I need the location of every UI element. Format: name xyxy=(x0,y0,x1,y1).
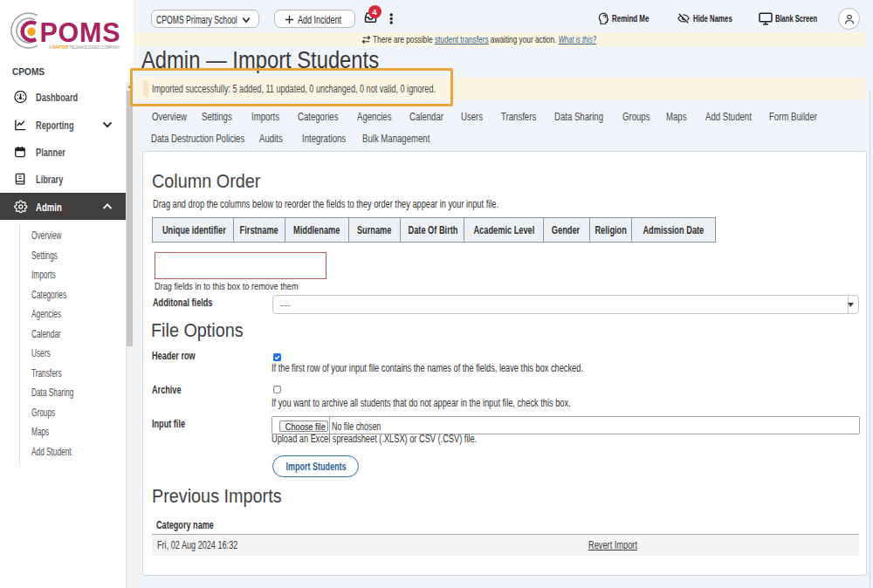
svg-text:A RAPTOR TECHNOLOGIES COMPANY: A RAPTOR TECHNOLOGIES COMPANY xyxy=(49,44,120,50)
svg-text:POMS: POMS xyxy=(40,17,120,47)
